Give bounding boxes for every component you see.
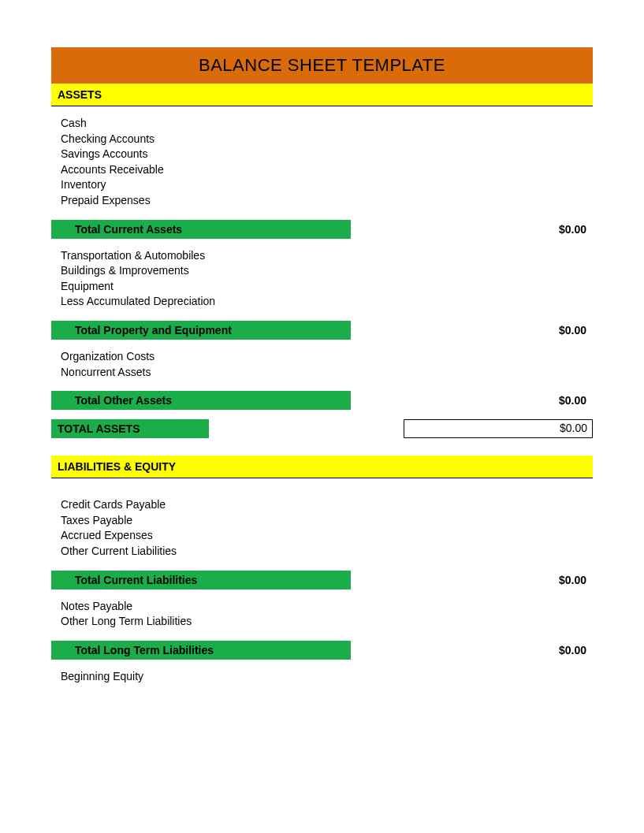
subtotal-value: $0.00 — [530, 220, 593, 239]
total-assets-row: TOTAL ASSETS $0.00 — [51, 419, 593, 438]
grand-total-value: $0.00 — [404, 419, 593, 438]
document-title: BALANCE SHEET TEMPLATE — [51, 47, 593, 84]
equity-list: Beginning Equity — [51, 660, 593, 691]
subtotal-label: Total Long Term Liabilities — [51, 641, 351, 660]
subtotal-value: $0.00 — [530, 321, 593, 340]
line-item: Checking Accounts — [61, 132, 593, 147]
line-item: Accounts Receivable — [61, 162, 593, 178]
other-assets-list: Organization Costs Noncurrent Assets — [51, 340, 593, 386]
line-item: Other Current Liabilities — [61, 544, 593, 560]
line-item: Beginning Equity — [61, 669, 593, 685]
liabilities-section-header: LIABILITIES & EQUITY — [51, 456, 593, 478]
line-item: Other Long Term Liabilities — [61, 614, 593, 630]
spacer — [351, 391, 530, 410]
line-item: Equipment — [61, 279, 593, 295]
line-item: Prepaid Expenses — [61, 193, 593, 209]
total-other-assets-row: Total Other Assets $0.00 — [51, 391, 593, 410]
spacer — [351, 321, 530, 340]
subtotal-label: Total Other Assets — [51, 391, 351, 410]
spacer — [351, 641, 530, 660]
line-item: Savings Accounts — [61, 147, 593, 162]
total-longterm-liabilities-row: Total Long Term Liabilities $0.00 — [51, 641, 593, 660]
line-item: Transportation & Automobiles — [61, 248, 593, 264]
line-item: Less Accumulated Depreciation — [61, 294, 593, 310]
assets-section-header: ASSETS — [51, 84, 593, 106]
line-item: Accrued Expenses — [61, 528, 593, 544]
current-assets-list: Cash Checking Accounts Savings Accounts … — [51, 106, 593, 215]
line-item: Notes Payable — [61, 599, 593, 615]
spacer — [351, 220, 530, 239]
subtotal-label: Total Current Assets — [51, 220, 351, 239]
line-item: Buildings & Improvements — [61, 263, 593, 279]
line-item: Taxes Payable — [61, 513, 593, 529]
line-item: Credit Cards Payable — [61, 497, 593, 513]
balance-sheet-document: BALANCE SHEET TEMPLATE ASSETS Cash Check… — [0, 0, 644, 722]
total-property-equipment-row: Total Property and Equipment $0.00 — [51, 321, 593, 340]
subtotal-value: $0.00 — [530, 571, 593, 589]
longterm-liabilities-list: Notes Payable Other Long Term Liabilitie… — [51, 589, 593, 636]
line-item: Noncurrent Assets — [61, 365, 593, 381]
subtotal-value: $0.00 — [530, 391, 593, 410]
spacer — [351, 571, 530, 589]
property-assets-list: Transportation & Automobiles Buildings &… — [51, 239, 593, 316]
spacer — [209, 419, 404, 438]
line-item: Cash — [61, 116, 593, 132]
line-item: Inventory — [61, 177, 593, 193]
subtotal-label: Total Current Liabilities — [51, 571, 351, 589]
subtotal-label: Total Property and Equipment — [51, 321, 351, 340]
total-current-liabilities-row: Total Current Liabilities $0.00 — [51, 571, 593, 589]
total-current-assets-row: Total Current Assets $0.00 — [51, 220, 593, 239]
subtotal-value: $0.00 — [530, 641, 593, 660]
current-liabilities-list: Credit Cards Payable Taxes Payable Accru… — [51, 478, 593, 565]
line-item: Organization Costs — [61, 349, 593, 365]
grand-total-label: TOTAL ASSETS — [51, 419, 209, 438]
